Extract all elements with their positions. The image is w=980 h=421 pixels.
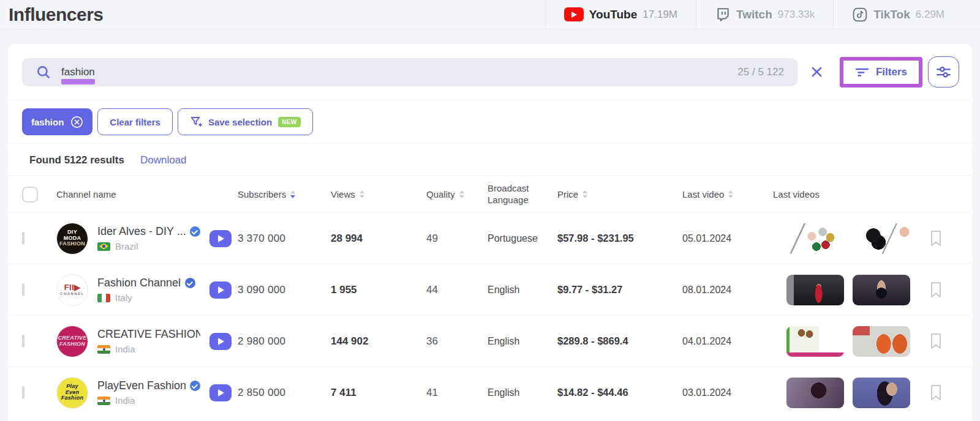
country-flag [97, 294, 110, 302]
tab-youtube[interactable]: YouTube 17.19M [545, 0, 696, 29]
country-name: India [115, 395, 135, 406]
country-flag [97, 397, 110, 405]
tab-count: 6.29M [916, 9, 944, 21]
header-last-video[interactable]: Last video [682, 189, 773, 199]
video-thumbnail[interactable] [853, 223, 910, 254]
header-price[interactable]: Price [557, 189, 682, 199]
sort-icon-subscribers[interactable] [290, 190, 295, 198]
clear-filters-button[interactable]: Clear filters [97, 108, 173, 135]
verified-icon [190, 381, 200, 391]
sort-icon-quality[interactable] [459, 190, 464, 198]
save-selection-button[interactable]: Save selection NEW [178, 108, 313, 135]
results-summary: Found 5122 results [29, 154, 124, 166]
table-row: CREATIVE FASHION CREATIVE FASHION India … [7, 315, 973, 367]
country-name: Italy [115, 292, 132, 303]
sort-icon-views[interactable] [360, 190, 364, 198]
channel-name[interactable]: Ider Alves - DIY ... [97, 225, 186, 238]
bookmark-button[interactable] [929, 230, 943, 247]
tab-label: YouTube [589, 8, 637, 21]
tiktok-icon [852, 7, 868, 23]
bookmark-button[interactable] [929, 333, 943, 349]
country-name: Brazil [115, 241, 138, 251]
new-badge: NEW [278, 117, 301, 127]
tab-count: 973.33k [778, 9, 815, 21]
price-value: $57.98 - $231.95 [557, 233, 682, 244]
topbar: Influencers YouTube 17.19M Twitch 973.33… [0, 0, 980, 29]
last-video-date: 03.01.2024 [682, 387, 773, 398]
video-thumbnail[interactable] [786, 223, 844, 254]
subscribers-value: 3 370 000 [238, 233, 331, 245]
table-header-row: Channel name Subscribers Views Quality B… [7, 176, 973, 212]
verified-icon [185, 278, 195, 288]
row-checkbox[interactable] [22, 283, 24, 296]
language-value: English [488, 285, 557, 296]
quality-value: 41 [426, 387, 488, 399]
channel-name[interactable]: CREATIVE FASHION [97, 328, 200, 341]
results-counter: 25 / 5 122 [737, 66, 784, 78]
avatar: FII▶ CHANNEL [56, 274, 88, 306]
youtube-icon [564, 7, 584, 21]
header-views[interactable]: Views [331, 189, 426, 199]
results-row: Found 5122 results Download [7, 144, 973, 176]
channel-name[interactable]: Fashion Channel [97, 277, 181, 289]
video-thumbnail[interactable] [786, 378, 844, 408]
video-thumbnail[interactable] [853, 326, 910, 357]
video-thumbnail[interactable] [853, 275, 910, 305]
tab-tiktok[interactable]: TikTok 6.29M [833, 0, 963, 29]
row-checkbox[interactable] [22, 232, 24, 245]
avatar: DIY MODA FASHION [56, 223, 88, 255]
quality-value: 36 [426, 335, 488, 348]
filter-chip-fashion[interactable]: fashion [22, 108, 92, 135]
header-channel-name: Channel name [56, 189, 238, 199]
search-input[interactable]: fashion 25 / 5 122 [22, 58, 797, 86]
tab-label: Twitch [736, 8, 772, 21]
header-last-videos: Last videos [773, 189, 911, 199]
tab-twitch[interactable]: Twitch 973.33k [696, 0, 833, 29]
youtube-play-button[interactable] [209, 384, 232, 401]
youtube-play-button[interactable] [209, 230, 232, 247]
sort-icon-price[interactable] [582, 190, 587, 198]
language-value: Portuguese [488, 233, 557, 244]
youtube-play-button[interactable] [209, 333, 232, 350]
funnel-plus-icon [190, 116, 202, 128]
subscribers-value: 2 980 000 [238, 335, 331, 348]
row-checkbox[interactable] [22, 335, 24, 348]
last-video-date: 08.01.2024 [682, 285, 773, 296]
bookmark-button[interactable] [929, 384, 943, 401]
filters-button[interactable]: Filters [843, 61, 919, 84]
views-value: 144 902 [331, 335, 426, 348]
language-value: English [488, 336, 557, 347]
subscribers-value: 2 850 000 [238, 387, 331, 399]
bookmark-button[interactable] [929, 281, 943, 298]
header-quality[interactable]: Quality [426, 189, 488, 199]
platform-tabs: YouTube 17.19M Twitch 973.33k [545, 0, 963, 29]
video-thumbnail[interactable] [786, 326, 844, 357]
price-value: $289.8 - $869.4 [557, 335, 682, 347]
chip-remove-icon[interactable] [70, 116, 83, 129]
last-video-date: 04.01.2024 [682, 336, 773, 347]
sort-icon-last-video[interactable] [728, 190, 733, 198]
header-subscribers[interactable]: Subscribers [238, 189, 331, 199]
last-video-date: 05.01.2024 [682, 233, 773, 244]
channel-name[interactable]: PlayEven Fashions [97, 379, 186, 392]
filters-highlight-annotation: Filters [840, 57, 922, 88]
active-filters-row: fashion Clear filters Save selection [7, 100, 973, 143]
row-checkbox[interactable] [22, 386, 24, 399]
video-thumbnail[interactable] [786, 275, 844, 305]
video-thumbnail[interactable] [853, 378, 910, 408]
avatar: CREATIVE FASHION [56, 326, 88, 357]
search-row: fashion 25 / 5 122 Filters [7, 44, 973, 100]
search-highlight-marker [61, 79, 95, 84]
page-title: Influencers [9, 4, 104, 25]
filter-lines-icon [855, 66, 869, 78]
youtube-play-button[interactable] [209, 281, 232, 299]
sliders-icon [935, 64, 952, 80]
quality-value: 49 [426, 233, 488, 245]
views-value: 1 955 [331, 284, 426, 296]
advanced-filters-button[interactable] [928, 56, 959, 88]
select-all-checkbox[interactable] [22, 187, 38, 203]
search-value: fashion [61, 66, 95, 78]
clear-search-button[interactable] [810, 65, 824, 79]
search-icon [36, 64, 51, 80]
download-link[interactable]: Download [140, 154, 187, 166]
